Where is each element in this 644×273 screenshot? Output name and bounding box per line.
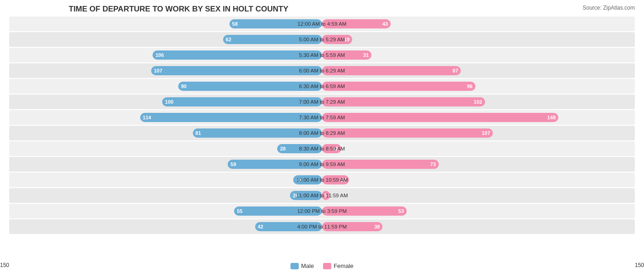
chart-area: 584312:00 AM to 4:59 AM62195:00 AM to 5:… — [9, 17, 635, 234]
bar-male: 59 — [228, 160, 322, 169]
source-text: Source: ZipAtlas.com — [583, 5, 635, 11]
bar-male: 107 — [151, 66, 322, 75]
chart-row: 42384:00 PM to 11:59 PM — [9, 219, 635, 234]
bar-male-value: 107 — [151, 68, 162, 73]
chart-container: TIME OF DEPARTURE TO WORK BY SEX IN HOLT… — [0, 0, 644, 273]
bar-female-value: 102 — [474, 99, 485, 105]
bar-female: 102 — [322, 97, 485, 106]
bar-female-value: 38 — [374, 224, 382, 229]
bar-male-value: 28 — [277, 146, 285, 151]
bar-female-value: 73 — [430, 162, 438, 167]
axis-labels: 150 150 — [0, 262, 644, 268]
bar-male-value: 81 — [193, 130, 201, 136]
chart-row: 811078:00 AM to 8:29 AM — [9, 126, 635, 140]
bar-female-value: 107 — [482, 130, 493, 136]
bar-male: 81 — [193, 128, 322, 138]
bar-male: 62 — [223, 35, 322, 44]
bar-male: 55 — [234, 206, 322, 216]
bar-male-value: 114 — [140, 115, 151, 120]
bar-female: 96 — [322, 82, 475, 91]
bar-female: 12 — [322, 144, 341, 153]
chart-row: 106315:30 AM to 5:59 AM — [9, 48, 635, 62]
bar-female-value: 12 — [333, 146, 341, 151]
bar-male-value: 62 — [223, 37, 231, 42]
bar-female: 38 — [322, 222, 382, 231]
bar-female: 73 — [322, 160, 439, 169]
bar-male: 20 — [290, 191, 322, 200]
bar-female: 148 — [322, 113, 558, 122]
chart-row: 1001027:00 AM to 7:29 AM — [9, 95, 635, 109]
bar-male: 42 — [255, 222, 322, 231]
bar-female-value: 96 — [467, 84, 475, 89]
bar-male-value: 106 — [153, 52, 164, 58]
bar-female-value: 5 — [324, 193, 330, 198]
bar-male-value: 20 — [290, 193, 298, 198]
bar-male: 58 — [229, 19, 322, 28]
chart-row: 20511:00 AM to 11:59 AM — [9, 188, 635, 203]
chart-row: 181710:00 AM to 10:59 AM — [9, 173, 635, 187]
bar-female-value: 31 — [363, 52, 371, 58]
bar-female-value: 53 — [398, 208, 407, 214]
bar-male: 114 — [140, 113, 322, 122]
bar-male-value: 18 — [293, 177, 301, 183]
bar-female: 17 — [322, 175, 349, 184]
bar-male: 100 — [162, 97, 322, 106]
bar-male-value: 55 — [234, 208, 242, 214]
axis-left-label: 150 — [0, 262, 9, 268]
bar-female: 43 — [322, 19, 391, 28]
bar-female: 87 — [322, 66, 461, 75]
bar-male-value: 90 — [178, 84, 186, 89]
bar-male-value: 100 — [162, 99, 173, 105]
bar-male: 106 — [153, 50, 322, 60]
bar-female-value: 17 — [341, 177, 349, 183]
bar-male-value: 42 — [255, 224, 263, 229]
chart-row: 584312:00 AM to 4:59 AM — [9, 17, 635, 31]
bar-male-value: 59 — [228, 162, 236, 167]
chart-title: TIME OF DEPARTURE TO WORK BY SEX IN HOLT… — [69, 5, 635, 14]
bar-female: 107 — [322, 128, 493, 138]
chart-row: 555312:00 PM to 3:59 PM — [9, 204, 635, 218]
bar-female: 19 — [322, 35, 352, 44]
bar-male: 18 — [293, 175, 322, 184]
bar-female-value: 148 — [547, 115, 558, 120]
chart-row: 28128:30 AM to 8:59 AM — [9, 141, 635, 156]
chart-row: 107876:00 AM to 6:29 AM — [9, 63, 635, 78]
chart-row: 62195:00 AM to 5:29 AM — [9, 32, 635, 47]
bar-male: 28 — [277, 144, 322, 153]
bar-male-value: 58 — [229, 21, 238, 27]
bar-female-value: 19 — [344, 37, 352, 42]
chart-row: 59739:00 AM to 9:59 AM — [9, 157, 635, 172]
bar-male: 90 — [178, 82, 322, 91]
bar-female: 5 — [322, 191, 330, 200]
bar-female-value: 87 — [453, 68, 461, 73]
bar-female-value: 43 — [382, 21, 391, 27]
bar-female: 31 — [322, 50, 371, 60]
chart-row: 90966:30 AM to 6:59 AM — [9, 79, 635, 94]
bar-female: 53 — [322, 206, 407, 216]
chart-row: 1141487:30 AM to 7:59 AM — [9, 110, 635, 125]
axis-right-label: 150 — [635, 262, 644, 268]
